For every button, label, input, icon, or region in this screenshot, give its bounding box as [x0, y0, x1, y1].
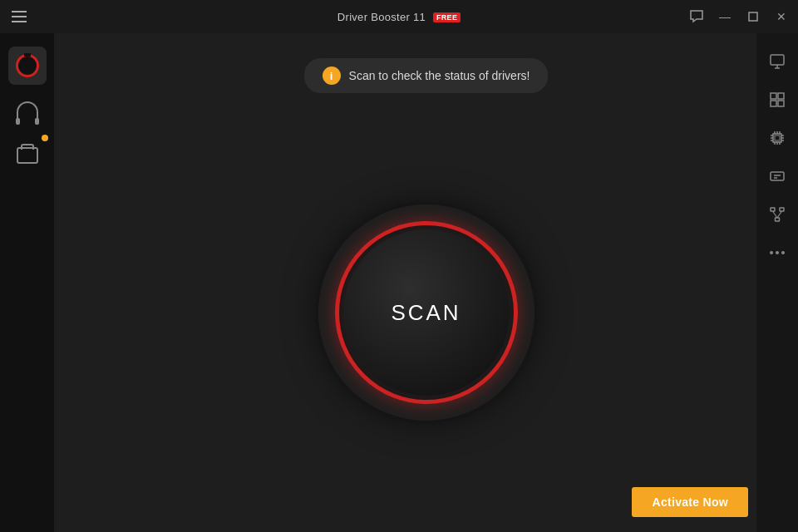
scan-button[interactable]: SCAN — [343, 229, 510, 396]
driver-booster-icon — [16, 54, 39, 77]
headphone-icon — [17, 101, 38, 120]
maximize-button[interactable] — [745, 8, 761, 25]
main-content: i Scan to check the status of drivers! S… — [54, 33, 798, 532]
hamburger-icon[interactable] — [12, 11, 27, 22]
svg-rect-1 — [771, 55, 784, 65]
titlebar: Driver Booster 11 FREE — ✕ — [0, 0, 798, 33]
right-icon-more[interactable] — [762, 238, 792, 268]
activate-now-button[interactable]: Activate Now — [632, 487, 748, 517]
chat-button[interactable] — [688, 8, 705, 25]
sidebar — [0, 33, 54, 532]
svg-rect-7 — [778, 101, 784, 106]
right-icon-network[interactable] — [762, 200, 792, 229]
window-controls: — ✕ — [688, 0, 790, 33]
scan-ring: SCAN — [335, 221, 518, 404]
svg-rect-27 — [780, 208, 784, 211]
svg-rect-6 — [771, 101, 776, 106]
scan-outer-circle: SCAN — [318, 204, 534, 421]
right-icon-monitor[interactable] — [762, 47, 792, 76]
sidebar-item-audio[interactable] — [8, 91, 47, 130]
svg-rect-4 — [771, 93, 776, 99]
scan-button-label: SCAN — [391, 300, 461, 326]
scan-area: SCAN — [318, 93, 534, 532]
right-icon-windows[interactable] — [762, 85, 792, 115]
svg-line-28 — [773, 211, 778, 218]
free-badge: FREE — [433, 12, 461, 22]
svg-rect-9 — [775, 135, 780, 140]
sidebar-item-driver-booster[interactable] — [8, 47, 47, 85]
right-icon-display[interactable] — [762, 161, 792, 191]
svg-line-29 — [777, 211, 782, 218]
toolbox-badge — [42, 135, 48, 141]
info-banner: i Scan to check the status of drivers! — [304, 58, 549, 93]
toolbox-icon — [17, 147, 38, 164]
info-icon: i — [323, 66, 341, 85]
svg-rect-5 — [778, 93, 784, 99]
title-text: Driver Booster 11 — [337, 11, 426, 23]
minimize-button[interactable]: — — [717, 8, 733, 25]
svg-rect-22 — [771, 172, 784, 180]
right-panel — [756, 33, 798, 532]
right-icon-processor[interactable] — [762, 123, 792, 153]
menu-button[interactable] — [12, 0, 27, 33]
more-dots-icon — [770, 251, 785, 254]
app-title: Driver Booster 11 FREE — [337, 11, 461, 23]
sidebar-item-toolbox[interactable] — [8, 136, 47, 175]
info-message: Scan to check the status of drivers! — [349, 69, 530, 82]
svg-rect-25 — [771, 208, 775, 211]
svg-rect-0 — [749, 12, 757, 21]
close-button[interactable]: ✕ — [773, 8, 790, 25]
svg-rect-26 — [776, 218, 780, 221]
